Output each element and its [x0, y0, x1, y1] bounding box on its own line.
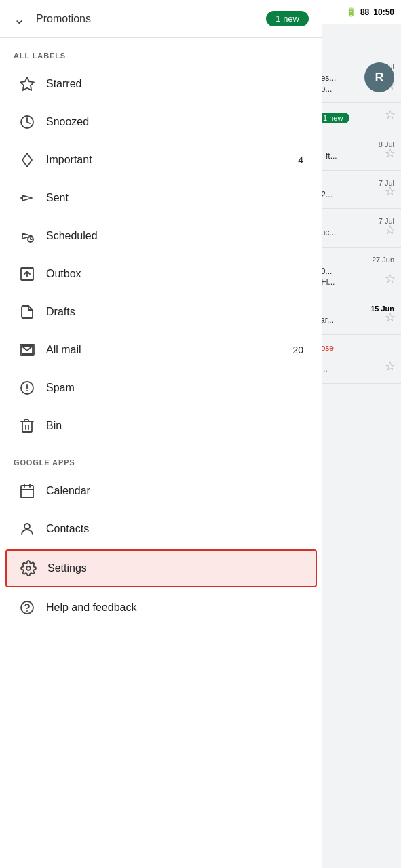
snippet-date-7: 15 Jun: [316, 304, 394, 313]
allmail-label: All mail: [46, 344, 292, 356]
snippet-date-3: 8 Jul: [316, 140, 394, 149]
star-icon-3: ☆: [385, 146, 396, 161]
battery-level: 88: [360, 7, 369, 17]
outbox-icon: [14, 266, 41, 282]
bin-icon: [14, 418, 41, 434]
important-label: Important: [46, 154, 298, 166]
sidebar-item-bin[interactable]: Bin: [0, 407, 322, 445]
sidebar-item-calendar[interactable]: Calendar: [0, 472, 322, 510]
snippet-date-6: 27 Jun: [316, 256, 394, 264]
calendar-label: Calendar: [46, 485, 309, 497]
svg-point-18: [26, 566, 31, 570]
email-snippet-3: 8 Jul ft... ☆: [309, 132, 401, 171]
important-icon: [14, 152, 41, 168]
status-right: 🔋 88 10:50: [346, 7, 394, 17]
sidebar-item-drafts[interactable]: Drafts: [0, 293, 322, 331]
settings-icon: [15, 560, 42, 576]
sent-label: Sent: [46, 192, 309, 204]
email-snippet-2: 1 new ☆: [309, 103, 401, 132]
allmail-icon: [14, 342, 41, 358]
navigation-drawer: ⌄ Promotions 1 new ALL LABELS Starred Sn…: [0, 0, 322, 868]
time: 10:50: [373, 7, 394, 17]
help-icon: [14, 599, 41, 616]
promotions-badge: 1 new: [266, 11, 309, 26]
battery-icon: 🔋: [346, 7, 356, 17]
google-apps-header: GOOGLE APPS: [0, 445, 322, 472]
sidebar-item-sent[interactable]: Sent: [0, 179, 322, 217]
star-icon-8: ☆: [385, 359, 396, 374]
promotions-label: Promotions: [36, 13, 255, 25]
snippet-text-7: kar...: [316, 315, 394, 326]
sidebar-item-scheduled[interactable]: Scheduled: [0, 217, 322, 255]
star-icon-6: ☆: [385, 271, 396, 286]
snippet-text-3: ft...: [316, 151, 394, 162]
email-snippet-7: 15 Jun kar... ☆: [309, 296, 401, 335]
snippet-date-5: 7 Jul: [316, 217, 394, 225]
email-snippet-5: 7 Jul ouc... ☆: [309, 209, 401, 248]
help-label: Help and feedback: [46, 601, 309, 614]
star-icon: [14, 76, 41, 92]
sidebar-item-spam[interactable]: Spam: [0, 369, 322, 407]
snippet-text-4: r 2...: [316, 190, 394, 201]
starred-label: Starred: [46, 78, 309, 90]
clock-icon: [14, 114, 41, 130]
snippet-subtext-8: n9...: [316, 353, 394, 374]
sent-icon: [14, 190, 41, 206]
sidebar-item-contacts[interactable]: Contacts: [0, 510, 322, 548]
svg-marker-0: [20, 77, 34, 90]
snippet-date-4: 7 Jul: [316, 179, 394, 187]
settings-label: Settings: [47, 562, 307, 574]
sidebar-item-snoozed[interactable]: Snoozed: [0, 103, 322, 141]
star-icon-2: ☆: [385, 107, 396, 122]
email-snippet-6: 27 Jun 70...r Fl... ☆: [309, 248, 401, 296]
sidebar-item-settings[interactable]: Settings: [5, 549, 317, 587]
svg-point-17: [24, 524, 30, 529]
snippet-text-5: ouc...: [316, 228, 394, 239]
star-icon-7: ☆: [385, 310, 396, 325]
important-badge: 4: [298, 155, 303, 165]
snippet-text-6: 70...r Fl...: [316, 267, 394, 288]
sidebar-item-outbox[interactable]: Outbox: [0, 255, 322, 293]
chevron-down-icon: ⌄: [14, 11, 25, 27]
sidebar-item-allmail[interactable]: All mail 20: [0, 331, 322, 369]
scheduled-icon: [14, 228, 41, 244]
allmail-badge: 20: [292, 344, 303, 355]
svg-marker-2: [22, 153, 32, 167]
star-icon-4: ☆: [385, 184, 396, 199]
spam-label: Spam: [46, 382, 309, 394]
svg-point-19: [21, 601, 33, 614]
spam-icon: [14, 380, 41, 396]
sidebar-item-important[interactable]: Important 4: [0, 141, 322, 179]
svg-rect-13: [21, 486, 33, 498]
email-snippet-4: 7 Jul r 2... ☆: [309, 171, 401, 210]
snoozed-label: Snoozed: [46, 116, 309, 128]
sidebar-item-starred[interactable]: Starred: [0, 65, 322, 103]
promotions-row[interactable]: ⌄ Promotions 1 new: [0, 0, 322, 38]
drafts-label: Drafts: [46, 306, 309, 318]
all-labels-header: ALL LABELS: [0, 38, 322, 65]
scheduled-label: Scheduled: [46, 230, 309, 242]
draft-icon: [14, 304, 41, 320]
calendar-icon: [14, 483, 41, 499]
bin-label: Bin: [46, 420, 309, 432]
star-icon-5: ☆: [385, 222, 396, 237]
email-snippet-8: oose n9... ☆: [309, 335, 401, 384]
email-list-background: R 17 Jul nes...oo... ☆ 1 new ☆ 8 Jul ft.…: [309, 24, 401, 868]
contacts-icon: [14, 521, 41, 537]
contacts-label: Contacts: [46, 523, 309, 535]
snippet-text-8: oose: [316, 343, 394, 354]
sidebar-item-help[interactable]: Help and feedback: [0, 589, 322, 627]
outbox-label: Outbox: [46, 268, 309, 280]
avatar: R: [364, 62, 394, 92]
